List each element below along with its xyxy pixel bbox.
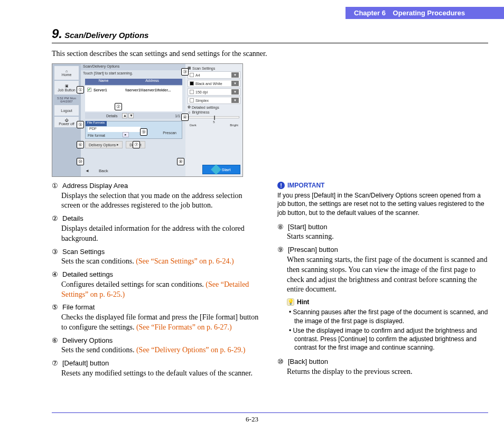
dpi-icon bbox=[190, 90, 194, 94]
file-format-arrow-icon[interactable]: ▸ bbox=[123, 132, 129, 137]
col-name: Name bbox=[85, 79, 122, 85]
section-title: 9. Scan/Delivery Options bbox=[52, 26, 488, 43]
ss-instruction: Touch [Start] to start scanning. bbox=[81, 70, 186, 76]
pdf-value: PDF bbox=[88, 127, 141, 132]
chapter-header: Chapter 6 Operating Procedures bbox=[346, 7, 504, 19]
ss-scan-settings-panel: ▦Scan Settings A4▼ Black and White▼ 150 … bbox=[185, 64, 242, 176]
callout-7: ⑦ bbox=[133, 141, 140, 148]
callout-9: ⑨ bbox=[140, 128, 147, 136]
prev-icon[interactable]: ▲ bbox=[122, 113, 127, 118]
details-label[interactable]: Details bbox=[85, 114, 122, 118]
delivery-options-button[interactable]: Delivery Options ▸ bbox=[85, 141, 123, 148]
intro-text: This section describes the scan settings… bbox=[52, 50, 488, 58]
power-icon: ⏻ bbox=[65, 118, 69, 122]
chevron-down-icon: ▼ bbox=[231, 81, 239, 86]
footer-rule bbox=[52, 412, 488, 413]
item-4: ④Detailed settings Configures detailed s… bbox=[52, 270, 263, 299]
callout-5: ⑤ bbox=[77, 121, 84, 128]
brightness-slider[interactable] bbox=[189, 116, 239, 118]
paper-size-select[interactable]: A4▼ bbox=[188, 71, 240, 79]
page-number: 6-23 bbox=[0, 415, 504, 424]
start-icon bbox=[211, 164, 221, 175]
start-button[interactable]: Start bbox=[202, 165, 240, 174]
chevron-down-icon: ▼ bbox=[231, 89, 239, 95]
ss-panel-title: Scan/Delivery Options bbox=[81, 64, 186, 70]
detailed-settings-button[interactable]: ✿Detailed settings bbox=[188, 105, 240, 109]
item-6: ⑥Delivery Options Sets the send conditio… bbox=[52, 336, 263, 355]
gear-icon: ✿ bbox=[188, 105, 191, 109]
page-content: 9. Scan/Delivery Options This section de… bbox=[52, 26, 488, 382]
item-3: ③Scan Settings Sets the scan conditions.… bbox=[52, 247, 263, 267]
section-name: Scan/Delivery Options bbox=[64, 31, 148, 40]
item-9: ⑨[Prescan] button When scanning starts, … bbox=[277, 245, 488, 295]
color-icon bbox=[190, 81, 194, 86]
clock-label: 5:52 PM Mon 6/4/2007 bbox=[54, 97, 79, 103]
chevron-down-icon: ▼ bbox=[231, 98, 239, 103]
duplex-select[interactable]: Simplex▼ bbox=[188, 97, 240, 104]
callout-8: ⑧ bbox=[177, 158, 184, 165]
hint-label: Hint bbox=[297, 298, 309, 306]
chapter-title: Operating Procedures bbox=[393, 9, 465, 17]
logout-button[interactable]: Logout bbox=[54, 105, 79, 116]
callout-4: ④ bbox=[181, 114, 189, 121]
section-number: 9. bbox=[52, 26, 62, 41]
hint-icon: 💡 bbox=[287, 298, 294, 306]
address-header: Name Address bbox=[85, 79, 182, 85]
home-button[interactable]: ⌂Home bbox=[54, 66, 79, 80]
next-icon[interactable]: ▼ bbox=[128, 113, 134, 118]
description-columns: ①Address Display Area Displays the selec… bbox=[52, 181, 488, 382]
link-delivery-options[interactable]: (See “Delivery Options” on p. 6-29.) bbox=[136, 346, 245, 354]
item-5: ⑤File format Checks the displayed file f… bbox=[52, 303, 263, 332]
item-8: ⑧[Start] button Starts scanning. bbox=[277, 222, 488, 242]
back-button[interactable]: Back bbox=[99, 168, 108, 173]
left-column: ①Address Display Area Displays the selec… bbox=[52, 181, 263, 382]
item-1: ①Address Display Area Displays the selec… bbox=[52, 181, 263, 211]
home-icon: ⌂ bbox=[66, 69, 68, 73]
paper-icon bbox=[190, 73, 194, 77]
check-icon: ✔ bbox=[87, 88, 91, 92]
brightness-control: ☼Brightness 5 Dark Bright bbox=[188, 110, 240, 126]
dark-label: Dark bbox=[190, 124, 197, 127]
file-format-label[interactable]: File format bbox=[88, 134, 105, 137]
link-file-formats[interactable]: (See “File Formats” on p. 6-27.) bbox=[136, 323, 232, 331]
important-label: IMPORTANT bbox=[287, 181, 324, 190]
file-format-box: File Formats PDF File format ▸ Prescan bbox=[85, 121, 182, 139]
item-2: ②Details Displays detailed information f… bbox=[52, 214, 263, 243]
callout-2: ② bbox=[115, 103, 122, 110]
important-text: If you press [Default] in the Scan/Deliv… bbox=[277, 191, 488, 217]
hint-bullet-1: Scanning pauses after the first page of … bbox=[294, 308, 488, 325]
address-list-empty bbox=[85, 93, 182, 111]
scanner-ui-screenshot: ⌂Home ▣Job Button 5:52 PM Mon 6/4/2007 L… bbox=[52, 63, 243, 177]
right-column: ! IMPORTANT If you press [Default] in th… bbox=[277, 181, 488, 382]
bright-label: Bright bbox=[230, 124, 238, 127]
item-7: ⑦[Default] button Resets any modified se… bbox=[52, 359, 263, 378]
hint-bullet-2: Use the displayed image to confirm and a… bbox=[294, 326, 488, 352]
job-button[interactable]: ▣Job Button bbox=[54, 81, 79, 95]
poweroff-button[interactable]: ⏻Power off bbox=[54, 117, 79, 127]
bottom-bar: ◄ Back bbox=[85, 167, 182, 174]
server-name: Server1 bbox=[94, 88, 125, 92]
callout-1: ① bbox=[77, 86, 84, 93]
details-bar: Details ▲ ▼ 1/1 bbox=[85, 112, 182, 119]
callout-6: ⑥ bbox=[77, 141, 84, 148]
important-note: ! IMPORTANT If you press [Default] in th… bbox=[277, 181, 488, 217]
item-10: ⑩[Back] button Returns the display to th… bbox=[277, 357, 488, 377]
link-scan-settings[interactable]: (See “Scan Settings” on p. 6-24.) bbox=[136, 257, 234, 265]
back-arrow-icon[interactable]: ◄ bbox=[85, 168, 89, 173]
file-formats-tab: File Formats bbox=[86, 121, 107, 126]
color-mode-select[interactable]: Black and White▼ bbox=[188, 80, 240, 87]
job-icon: ▣ bbox=[65, 84, 69, 88]
address-row[interactable]: ✔ Server1 \\server1\\\server1\folder... bbox=[85, 86, 182, 93]
callout-3: ③ bbox=[181, 68, 189, 76]
important-icon: ! bbox=[277, 182, 285, 189]
chapter-number: Chapter 6 bbox=[354, 9, 386, 17]
simplex-icon bbox=[190, 98, 194, 102]
prescan-button[interactable]: Prescan bbox=[163, 131, 176, 135]
server-path: \\server1\\\server1\folder... bbox=[125, 88, 171, 92]
col-address: Address bbox=[122, 79, 182, 85]
callout-10: ⑩ bbox=[77, 158, 84, 165]
dpi-select[interactable]: 150 dpi▼ bbox=[188, 88, 240, 96]
chevron-down-icon: ▼ bbox=[231, 72, 239, 78]
hint-note: 💡 Hint Scanning pauses after the first p… bbox=[277, 298, 488, 352]
scan-settings-label: ▦Scan Settings bbox=[188, 66, 240, 70]
